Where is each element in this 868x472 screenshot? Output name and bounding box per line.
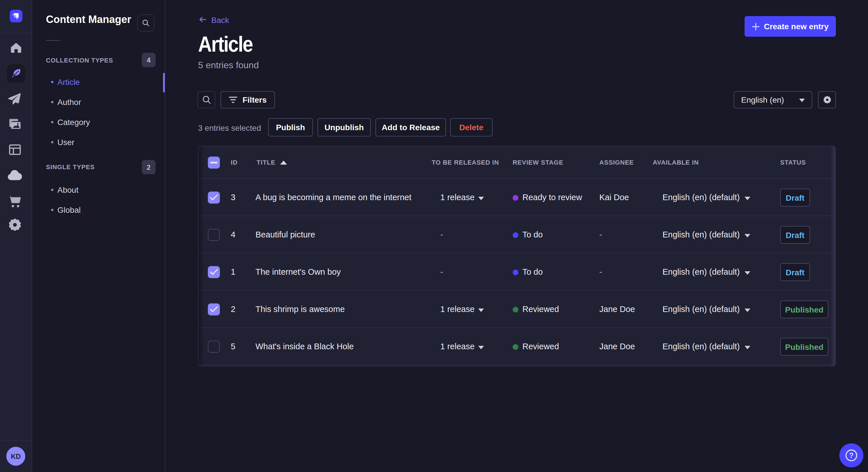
svg-text:?: ?	[849, 451, 854, 460]
